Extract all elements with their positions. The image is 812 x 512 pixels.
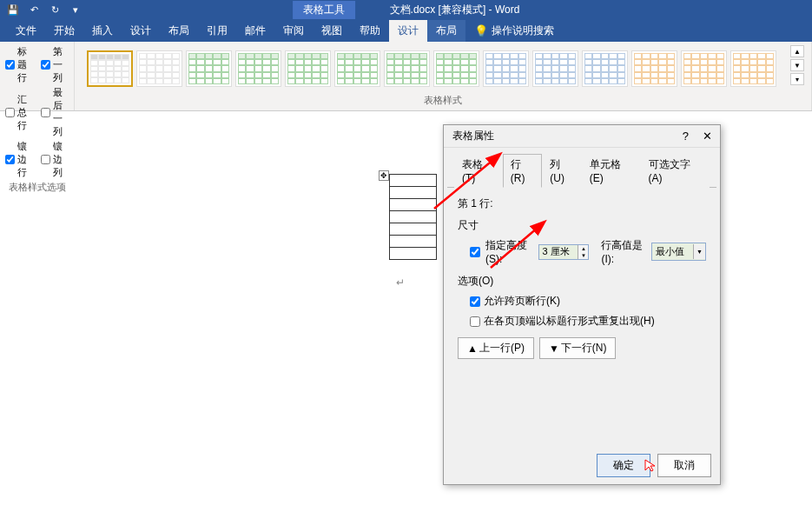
height-input[interactable] (539, 245, 578, 259)
bulb-icon: 💡 (474, 24, 488, 37)
dialog-title-text: 表格属性 (452, 129, 494, 143)
style-thumb-6[interactable] (334, 50, 380, 87)
style-thumb-3[interactable] (186, 50, 232, 87)
style-thumb-4[interactable] (235, 50, 281, 87)
style-thumb-5[interactable] (285, 50, 331, 87)
check-banded-rows[interactable]: 镶边行 (5, 140, 34, 179)
combo-dropdown-icon[interactable]: ▼ (693, 244, 705, 259)
check-last-col[interactable]: 最后一列 (41, 86, 69, 138)
qat-more-icon[interactable]: ▾ (69, 3, 82, 16)
tab-table-layout[interactable]: 布局 (427, 20, 465, 42)
style-thumb-10[interactable] (532, 50, 578, 87)
tell-me-label: 操作说明搜索 (492, 23, 554, 38)
group-label-options: 表格样式选项 (5, 179, 69, 194)
gallery-scroll: ▲ ▼ ▾ (790, 45, 804, 85)
tab-file[interactable]: 文件 (7, 20, 45, 42)
group-label-styles: 表格样式 (82, 92, 804, 107)
gallery-up-icon[interactable]: ▲ (790, 45, 804, 57)
style-thumb-9[interactable] (483, 50, 529, 87)
specify-height-label: 指定高度(S): (485, 238, 533, 265)
dialog-titlebar: 表格属性 ? ✕ (444, 125, 720, 148)
tab-help[interactable]: 帮助 (351, 20, 389, 42)
table-move-handle[interactable]: ✥ (379, 170, 389, 181)
tab-table-design[interactable]: 设计 (389, 20, 427, 42)
ribbon-tabs: 文件 开始 插入 设计 布局 引用 邮件 审阅 视图 帮助 设计 布局 💡 操作… (0, 19, 812, 42)
size-section-label: 尺寸 (458, 218, 706, 233)
row-nav-buttons: ▲上一行(P) ▼下一行(N) (458, 337, 706, 359)
check-banded-cols[interactable]: 镶边列 (41, 140, 69, 179)
options-section-label: 选项(O) (458, 274, 706, 289)
check-total-row[interactable]: 汇总行 (5, 86, 34, 138)
repeat-header-check[interactable]: 在各页顶端以标题行形式重复出现(H) (470, 314, 706, 329)
tab-mailings[interactable]: 邮件 (236, 20, 274, 42)
style-thumb-11[interactable] (582, 50, 628, 87)
tab-layout[interactable]: 布局 (160, 20, 198, 42)
ribbon: 标题行 第一列 汇总行 最后一列 镶边行 镶边列 表格样式选项 (0, 42, 812, 111)
row-height-is-label: 行高值是(I): (601, 238, 646, 265)
check-header-row[interactable]: 标题行 (5, 45, 34, 84)
gallery-down-icon[interactable]: ▼ (790, 59, 804, 71)
style-thumb-12[interactable] (631, 50, 677, 87)
style-thumb-14[interactable] (730, 50, 776, 87)
ok-button[interactable]: 确定 (597, 454, 650, 477)
style-options-grid: 标题行 第一列 汇总行 最后一列 镶边行 镶边列 (5, 45, 69, 179)
row-height-type-combo[interactable]: 最小值 ▼ (651, 243, 706, 261)
tab-insert[interactable]: 插入 (83, 20, 122, 42)
context-tool-label: 表格工具 (293, 1, 355, 19)
table-properties-dialog: 表格属性 ? ✕ 表格(T) 行(R) 列(U) 单元格(E) 可选文字(A) … (443, 124, 721, 485)
document-table[interactable] (389, 174, 437, 260)
paragraph-mark-icon: ↵ (396, 276, 405, 289)
dialog-tabs: 表格(T) 行(R) 列(U) 单元格(E) 可选文字(A) (447, 148, 716, 188)
tell-me-search[interactable]: 💡 操作说明搜索 (474, 23, 554, 38)
dialog-tab-column[interactable]: 列(U) (542, 154, 582, 188)
tab-references[interactable]: 引用 (198, 20, 236, 42)
dialog-body: 第 1 行: 尺寸 指定高度(S): ▲ ▼ 行高值是(I): 最小值 ▼ 选项… (444, 188, 720, 368)
cancel-button[interactable]: 取消 (657, 454, 711, 477)
style-thumb-8[interactable] (433, 50, 479, 87)
document-title: 文档.docx [兼容模式] - Word (390, 3, 520, 17)
group-table-style-options: 标题行 第一列 汇总行 最后一列 镶边行 镶边列 表格样式选项 (0, 42, 75, 110)
check-first-col[interactable]: 第一列 (41, 45, 69, 84)
tab-view[interactable]: 视图 (313, 20, 351, 42)
dialog-footer: 确定 取消 (597, 454, 711, 477)
prev-row-button[interactable]: ▲上一行(P) (458, 337, 534, 359)
spinner-down-icon[interactable]: ▼ (578, 252, 588, 259)
tab-home[interactable]: 开始 (45, 20, 83, 42)
titlebar: 💾 ↶ ↻ ▾ 表格工具 文档.docx [兼容模式] - Word (0, 0, 812, 19)
height-spinner[interactable]: ▲ ▼ (538, 244, 589, 260)
undo-icon[interactable]: ↶ (28, 3, 40, 16)
specify-height-checkbox[interactable] (470, 247, 480, 257)
dialog-tab-alt[interactable]: 可选文字(A) (641, 154, 710, 188)
group-table-styles: ▲ ▼ ▾ 表格样式 (75, 42, 812, 110)
style-thumb-1[interactable] (87, 50, 133, 87)
combo-value: 最小值 (652, 243, 693, 260)
height-field-row: 指定高度(S): ▲ ▼ 行高值是(I): 最小值 ▼ (458, 238, 706, 265)
redo-icon[interactable]: ↻ (49, 3, 61, 16)
down-arrow-icon: ▼ (549, 342, 559, 355)
dialog-tab-cell[interactable]: 单元格(E) (582, 154, 641, 188)
tab-review[interactable]: 审阅 (274, 20, 313, 42)
style-thumb-7[interactable] (384, 50, 430, 87)
quick-access-toolbar: 💾 ↶ ↻ ▾ (0, 3, 82, 16)
allow-break-check[interactable]: 允许跨页断行(K) (470, 294, 706, 309)
tab-design[interactable]: 设计 (122, 20, 160, 42)
styles-gallery-row (82, 45, 782, 87)
save-icon[interactable]: 💾 (7, 3, 19, 16)
next-row-button[interactable]: ▼下一行(N) (539, 337, 617, 359)
spinner-up-icon[interactable]: ▲ (578, 245, 588, 252)
dialog-tab-row[interactable]: 行(R) (503, 154, 543, 188)
title-center: 表格工具 文档.docx [兼容模式] - Word (293, 1, 520, 19)
dialog-tab-table[interactable]: 表格(T) (454, 154, 503, 188)
dialog-close-icon[interactable]: ✕ (699, 130, 715, 143)
style-thumb-2[interactable] (136, 50, 182, 87)
row-indicator: 第 1 行: (458, 196, 706, 211)
style-thumb-13[interactable] (681, 50, 727, 87)
gallery-more-icon[interactable]: ▾ (790, 73, 804, 85)
dialog-help-icon[interactable]: ? (683, 130, 689, 143)
up-arrow-icon: ▲ (467, 342, 478, 355)
